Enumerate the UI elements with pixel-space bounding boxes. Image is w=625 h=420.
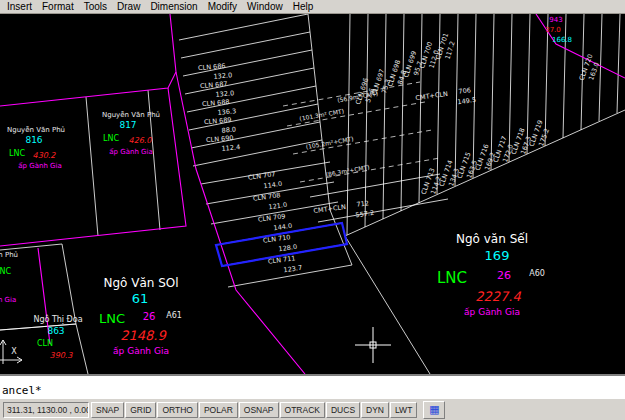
strip-area: 121.0 — [268, 201, 287, 211]
land-area: 2227.4 — [475, 289, 521, 304]
parcel-code: 61 — [132, 291, 149, 306]
menu-item-draw[interactable]: Draw — [112, 1, 145, 12]
sheet-ref: A60 — [529, 269, 545, 278]
strip-label: 706 — [458, 86, 471, 96]
corner-label: 943 — [549, 16, 562, 24]
land-denominator: 26 — [143, 311, 156, 322]
parcel-code: 169 — [485, 248, 510, 263]
strip-label: CLN 689 — [204, 116, 232, 126]
strip-label: CLN 688 — [202, 98, 230, 108]
strip-label: CMT+CLN — [415, 90, 449, 102]
menu-item-tools[interactable]: Tools — [79, 1, 112, 12]
corner-label: 37.0 — [545, 26, 561, 34]
command-prompt-text: ancel* — [2, 384, 42, 397]
strip-label: CLN 687 — [200, 80, 228, 90]
menu-item-insert[interactable]: Insert — [2, 1, 37, 12]
land-type: LNC — [437, 269, 467, 287]
drawing-canvas[interactable]: Nguyễn Văn Phủ816LNC430.2ấp Gành GiaNguy… — [0, 14, 625, 374]
owner-name: Nguyễn Văn Phủ — [7, 125, 65, 134]
parcel-code: 816 — [25, 135, 42, 145]
strip-area: 557.2 — [355, 209, 374, 219]
status-bar: 311.31, 1130.00 , 0.00 SNAPGRIDORTHOPOLA… — [0, 398, 625, 420]
owner-name: Ngô Văn SOl — [103, 276, 178, 290]
parcel-lines — [0, 14, 625, 374]
strip-area: 149.5 — [457, 96, 477, 107]
construction-label: (101.3m² CMT) — [299, 107, 345, 122]
strip-area: 112.4 — [221, 143, 240, 153]
strip-area: 123.7 — [283, 264, 302, 274]
strip-area: 128.0 — [278, 243, 297, 253]
owner-name: Ngô Thị Đoa — [33, 314, 82, 325]
hamlet-label: ấp Gành Gia — [109, 148, 152, 156]
strip-label: CLN 711 — [268, 254, 296, 265]
menu-item-format[interactable]: Format — [37, 1, 79, 12]
corner-label: 166.8 — [552, 36, 572, 44]
strip-label: CLN 707 — [248, 170, 276, 181]
autocad-window: InsertFormatToolsDrawDimensionModifyWind… — [0, 0, 625, 420]
land-area: 390.3 — [50, 351, 74, 360]
land-type: LNC — [99, 311, 125, 326]
strip-label: CLN 708 — [253, 191, 281, 202]
land-area: 2148.9 — [120, 328, 167, 343]
menu-item-help[interactable]: Help — [288, 1, 319, 12]
menu-item-dimension[interactable]: Dimension — [145, 1, 202, 12]
strip-label: 712 — [356, 199, 369, 208]
land-area: 426.0 — [129, 136, 153, 145]
status-toggle-snap[interactable]: SNAP — [91, 402, 124, 418]
status-toggle-lwt[interactable]: LWT — [390, 402, 417, 418]
land-type: LNC — [0, 267, 11, 276]
coordinate-display[interactable]: 311.31, 1130.00 , 0.00 — [3, 402, 89, 418]
model-space-button[interactable]: ▦ — [423, 401, 445, 419]
hamlet-label: ấp Gành Gia — [18, 162, 61, 170]
strip-label: CMT+CLN — [313, 203, 346, 215]
owner-name: Ngô văn Sếl — [456, 232, 528, 246]
owner-name: ăn Phủ — [0, 251, 18, 259]
status-toggle-ortho[interactable]: ORTHO — [157, 402, 198, 418]
parcel-code: 817 — [119, 120, 136, 130]
land-area: 430.2 — [33, 151, 57, 160]
strip-area: 114.0 — [263, 180, 282, 190]
ucs-x-label: X — [11, 347, 17, 356]
strip-label: CLN 686 — [198, 62, 226, 72]
status-toggle-group: SNAPGRIDORTHOPOLAROSNAPOTRACKDUCSDYNLWT — [91, 402, 417, 418]
status-toggle-dyn[interactable]: DYN — [361, 402, 389, 418]
status-toggle-otrack[interactable]: OTRACK — [280, 402, 325, 418]
status-toggle-osnap[interactable]: OSNAP — [239, 402, 279, 418]
status-toggle-grid[interactable]: GRID — [125, 402, 156, 418]
land-type: CLN — [37, 339, 53, 348]
status-toggle-polar[interactable]: POLAR — [199, 402, 238, 418]
strip-label: CLN 690 — [206, 134, 234, 144]
hamlet-label: ấp Gành Gia — [113, 346, 169, 356]
land-denominator: 26 — [497, 269, 511, 282]
menu-item-window[interactable]: Window — [242, 1, 288, 12]
menu-item-modify[interactable]: Modify — [203, 1, 242, 12]
drawing-svg: Nguyễn Văn Phủ816LNC430.2ấp Gành GiaNguy… — [0, 14, 625, 374]
owner-name: Nguyễn Văn Phủ — [102, 110, 160, 119]
strip-label: CLN 709 — [258, 212, 286, 223]
hamlet-label: ấp Gành Gia — [464, 307, 520, 317]
command-line[interactable]: ancel* — [0, 374, 625, 398]
land-type: LNC — [9, 149, 25, 158]
crosshair-cursor — [355, 327, 391, 363]
strip-area: 144.0 — [273, 222, 292, 232]
sheet-ref: A61 — [166, 311, 182, 320]
parcel-code: 863 — [47, 326, 64, 336]
status-toggle-ducs[interactable]: DUCS — [326, 402, 360, 418]
hamlet-label: Gành Gia — [0, 296, 16, 304]
menu-bar: InsertFormatToolsDrawDimensionModifyWind… — [0, 0, 625, 14]
land-type: LNC — [103, 134, 119, 143]
